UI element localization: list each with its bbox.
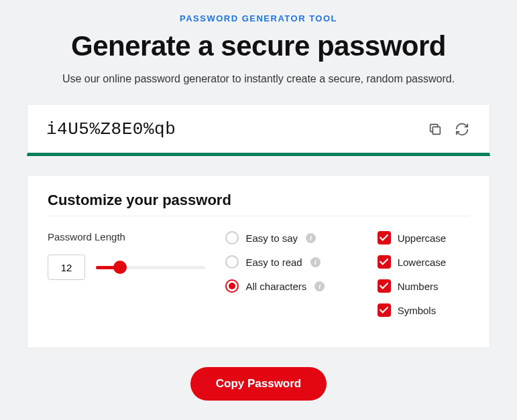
check-numbers[interactable]: Numbers <box>378 279 469 293</box>
copy-icon <box>428 122 443 137</box>
slider-thumb[interactable] <box>113 261 127 274</box>
copy-icon-button[interactable] <box>426 121 444 138</box>
svg-rect-0 <box>433 127 440 134</box>
info-icon[interactable]: i <box>310 257 321 267</box>
regenerate-icon-button[interactable] <box>453 121 471 138</box>
check-lowercase[interactable]: Lowercase <box>378 255 469 269</box>
radio-icon <box>225 279 239 293</box>
password-display-card: i4U5%Z8E0%qb <box>27 104 490 156</box>
password-actions <box>426 121 471 138</box>
customize-title: Customize your password <box>48 192 469 209</box>
radio-label: All characters <box>245 281 306 292</box>
radio-all-characters[interactable]: All characters i <box>225 279 357 293</box>
radio-label: Easy to say <box>245 232 298 244</box>
length-input[interactable] <box>48 255 85 280</box>
checkbox-icon <box>378 279 391 293</box>
check-label: Lowercase <box>398 257 447 268</box>
info-icon[interactable]: i <box>314 281 325 291</box>
radio-easy-to-read[interactable]: Easy to read i <box>225 255 357 269</box>
check-label: Uppercase <box>398 232 447 244</box>
radio-label: Easy to read <box>245 257 302 268</box>
checkbox-icon <box>378 303 391 317</box>
length-label: Password Length <box>48 231 205 242</box>
info-icon[interactable]: i <box>306 233 316 243</box>
page-title: Generate a secure password <box>27 30 490 62</box>
length-slider[interactable] <box>96 261 205 274</box>
check-symbols[interactable]: Symbols <box>378 303 469 317</box>
check-label: Numbers <box>398 281 439 292</box>
checkbox-icon <box>378 255 391 269</box>
checkbox-icon <box>378 231 391 244</box>
customize-card: Customize your password Password Length <box>27 175 490 348</box>
subtitle: Use our online password generator to ins… <box>27 73 490 85</box>
copy-password-button[interactable]: Copy Password <box>190 367 327 401</box>
radio-easy-to-say[interactable]: Easy to say i <box>225 231 357 244</box>
generated-password[interactable]: i4U5%Z8E0%qb <box>46 119 176 139</box>
radio-icon <box>225 231 239 244</box>
check-uppercase[interactable]: Uppercase <box>378 231 469 244</box>
refresh-icon <box>455 122 469 137</box>
divider <box>48 216 469 216</box>
check-label: Symbols <box>398 305 437 316</box>
eyebrow-label: PASSWORD GENERATOR TOOL <box>27 13 490 23</box>
radio-icon <box>225 255 239 269</box>
